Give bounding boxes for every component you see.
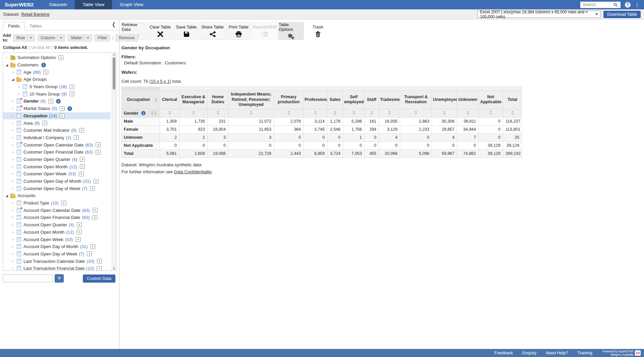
tree-item-account-open-financial-date[interactable]: ▷Account Open Financial Date(63)›	[3, 214, 111, 221]
open-field-arrow-button[interactable]: ›	[87, 251, 92, 256]
open-field-arrow-button[interactable]: ›	[77, 223, 82, 227]
col-header-unknown[interactable]: Unknown	[457, 91, 479, 109]
download-table-button[interactable]: Download Table	[603, 11, 641, 18]
col-header-unemployed[interactable]: Unemployed	[432, 91, 457, 109]
expand-node-icon[interactable]: ▷	[10, 260, 15, 263]
expand-node-icon[interactable]: ▷	[10, 180, 15, 183]
print-table-button[interactable]: Print Table	[226, 22, 251, 40]
expand-node-icon[interactable]: ▷	[10, 122, 15, 125]
open-field-arrow-button[interactable]: ›	[79, 172, 84, 176]
expand-node-icon[interactable]: ▷	[10, 252, 15, 255]
field-search-input[interactable]	[3, 275, 53, 282]
expand-node-icon[interactable]: ▷	[10, 223, 15, 226]
tree-item-occupation[interactable]: ▷Occupation(14)›	[3, 112, 111, 120]
sort-icon[interactable]	[467, 111, 469, 115]
tree-item-last-transaction-calendar-date[interactable]: ▷Last Transaction Calendar Date(10)›	[3, 257, 111, 265]
open-field-arrow-button[interactable]: ›	[92, 215, 97, 220]
expand-node-icon[interactable]: ▷	[10, 231, 15, 234]
tab-tables[interactable]: Tables	[25, 22, 47, 30]
open-field-arrow-button[interactable]: ›	[80, 164, 85, 169]
row-field-menu-icon[interactable]: ⋮	[154, 111, 158, 116]
tree-item-account-open-quarter[interactable]: ▷Account Open Quarter(4)›	[3, 221, 111, 229]
sort-cell-not-applicable[interactable]	[479, 109, 503, 117]
info-icon[interactable]: i	[67, 106, 72, 111]
open-field-arrow-button[interactable]: ›	[90, 186, 95, 191]
expand-node-icon[interactable]: ▷	[10, 165, 15, 168]
tree-item-customer-open-calendar-date[interactable]: ▷*Customer Open Calendar Date(63)›	[3, 141, 111, 148]
open-field-arrow-button[interactable]: ›	[61, 201, 66, 205]
sort-icon[interactable]	[443, 111, 446, 115]
collapse-all-link[interactable]: Collapse All	[3, 45, 27, 50]
col-header-professional[interactable]: Professional	[304, 91, 327, 109]
col-header-executive-managerial[interactable]: Executive & Managerial	[179, 91, 208, 109]
open-field-arrow-button[interactable]: ›	[75, 237, 80, 242]
tree-item-age-groups[interactable]: ◢Age Groups	[3, 76, 111, 83]
sort-cell-total[interactable]	[503, 109, 522, 117]
open-field-arrow-button[interactable]: ›	[60, 106, 65, 111]
col-header-home-duties[interactable]: Home Duties	[208, 91, 228, 109]
nav-tab-datasets[interactable]: Datasets	[42, 0, 75, 9]
collapse-node-icon[interactable]: ◢	[4, 63, 9, 67]
open-field-arrow-button[interactable]: ›	[97, 266, 102, 271]
open-field-arrow-button[interactable]: ›	[69, 84, 74, 89]
tree-item-account-open-day-of-week[interactable]: ▷Account Open Day of Week(7)›	[3, 250, 111, 258]
footer-link-feedback[interactable]: Feedback	[494, 351, 513, 355]
sort-icon[interactable]	[168, 111, 171, 115]
open-field-arrow-button[interactable]: ›	[76, 230, 82, 234]
info-icon[interactable]: i	[56, 99, 61, 104]
tree-item-product-type[interactable]: ▷Product Type(10)›	[3, 199, 111, 207]
row-label[interactable]: Female	[122, 125, 160, 133]
export-format-select[interactable]: Excel 2007 (.xlsx)(max 16,384 columns x …	[477, 11, 601, 18]
sort-icon[interactable]	[192, 111, 195, 115]
sort-cell-transport-recreation[interactable]	[400, 109, 432, 117]
tree-item-customers[interactable]: ◢Customersi	[3, 61, 111, 69]
data-confidentiality-link[interactable]: Data Confidentiality	[174, 169, 212, 174]
dataset-link[interactable]: Retail Banking	[21, 12, 49, 17]
row-label[interactable]: Not Applicable	[122, 141, 160, 150]
tree-item-individual-company[interactable]: ▷Individual \ Company(2)›	[3, 134, 111, 141]
add-to-wafer-button[interactable]: Wafer	[67, 34, 92, 42]
sort-icon[interactable]	[250, 111, 253, 115]
trash-button[interactable]: Trash	[309, 22, 327, 40]
col-header-tradesmen[interactable]: Tradesmen	[379, 91, 400, 109]
footer-link-training[interactable]: Training	[577, 351, 592, 355]
scroll-up-icon[interactable]: ▲	[112, 53, 116, 56]
col-header-self-employed[interactable]: Self employed	[343, 91, 365, 109]
expand-node-icon[interactable]: ▷	[10, 143, 15, 146]
open-field-arrow-button[interactable]: ›	[96, 150, 101, 155]
sort-icon[interactable]	[511, 111, 514, 115]
col-header-transport-recreation[interactable]: Transport & Recreation	[400, 91, 432, 109]
expand-node-icon[interactable]: ▷	[10, 100, 15, 103]
expand-node-icon[interactable]: ▷	[10, 216, 15, 219]
tree-item-customer-mail-indicator[interactable]: ▷Customer Mail Indicator(5)›	[3, 127, 111, 134]
footer-link-enquiry[interactable]: Enquiry	[522, 351, 536, 355]
collapse-node-icon[interactable]: ◢	[10, 78, 15, 81]
search-box[interactable]	[580, 2, 621, 8]
tree-item-marital-status[interactable]: ▷*Marital Status(5)›i	[3, 105, 111, 112]
expand-node-icon[interactable]: ▷	[4, 56, 9, 59]
sort-cell-primary-production[interactable]	[274, 109, 304, 117]
tree-item-customer-open-financial-date[interactable]: ▷Customer Open Financial Date(63)›	[3, 148, 111, 156]
sort-cell-unknown[interactable]	[457, 109, 479, 117]
expand-node-icon[interactable]: ▷	[10, 267, 15, 270]
tree-scrollbar[interactable]: ▲ ▼	[112, 53, 116, 271]
sidebar-collapse-icon[interactable]: ❬	[112, 22, 116, 27]
sort-cell-staff[interactable]	[365, 109, 379, 117]
save-table-button[interactable]: Save Table	[174, 22, 199, 40]
expand-node-icon[interactable]: ▷	[10, 209, 15, 212]
tree-item-last-transaction-financial-date[interactable]: ▷Last Transaction Financial Date(10)›	[3, 265, 111, 271]
expand-node-icon[interactable]: ▷	[10, 107, 15, 110]
info-icon[interactable]: i	[41, 63, 46, 67]
expand-node-icon[interactable]: ▷	[10, 238, 15, 241]
occupation-header-cell[interactable]: Occupation⋮	[122, 91, 160, 109]
tree-item-customer-open-week[interactable]: ▷Customer Open Week(53)›	[3, 170, 111, 178]
info-icon[interactable]: i	[141, 111, 146, 115]
col-header-total[interactable]: Total	[503, 91, 522, 109]
open-field-arrow-button[interactable]: ›	[43, 70, 48, 74]
row-label[interactable]: Male	[122, 117, 160, 125]
tab-fields[interactable]: Fields	[3, 22, 25, 31]
expand-node-icon[interactable]: ▷	[10, 245, 15, 248]
help-icon[interactable]: ?	[625, 2, 631, 8]
open-field-arrow-button[interactable]: ›	[90, 244, 95, 249]
expand-node-icon[interactable]: ▷	[10, 201, 15, 204]
